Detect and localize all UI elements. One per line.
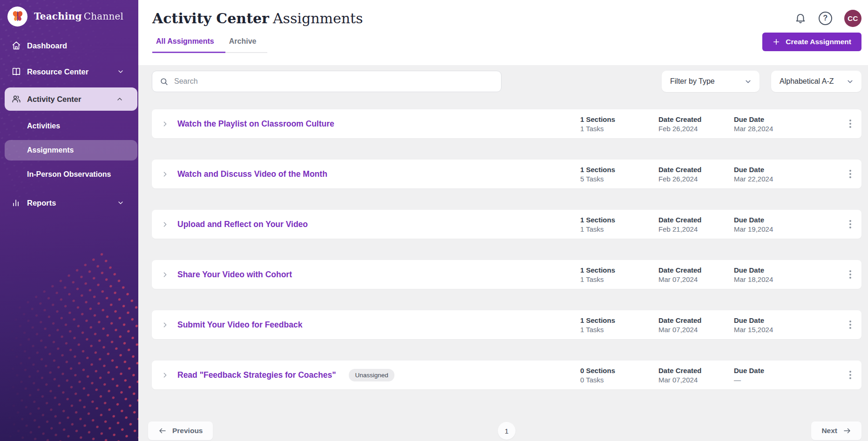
search-input[interactable] <box>174 77 494 86</box>
page-title: Activity CenterAssignments <box>152 10 363 27</box>
row-menu-button[interactable] <box>847 217 854 231</box>
page-number[interactable]: 1 <box>498 422 515 440</box>
home-icon <box>11 40 21 51</box>
chevron-down-icon <box>117 199 124 207</box>
create-assignment-button[interactable]: Create Assignment <box>762 33 861 51</box>
sidebar-item-dashboard[interactable]: Dashboard <box>0 33 138 59</box>
sidebar-item-label: Activity Center <box>27 95 81 104</box>
chevron-right-icon[interactable] <box>161 170 169 178</box>
butterfly-logo-icon <box>7 7 27 27</box>
pagination: Previous 1 Next <box>152 421 861 440</box>
tab-archive[interactable]: Archive <box>225 33 268 53</box>
page-header: Activity CenterAssignments ? CC <box>138 0 868 65</box>
row-menu-button[interactable] <box>847 267 854 281</box>
sidebar: TeachingChannel Dashboard Resource Cente… <box>0 0 138 441</box>
due-date-cell: Due Date Mar 22,2024 <box>734 166 846 183</box>
help-button[interactable]: ? <box>819 12 832 25</box>
due-date-cell: Due Date — <box>734 367 846 384</box>
chevron-down-icon <box>846 78 854 86</box>
arrow-right-icon <box>843 427 851 435</box>
assignment-row: Upload and Reflect on Your Video 1 Secti… <box>152 210 861 239</box>
sidebar-item-activities[interactable]: Activities <box>0 114 138 139</box>
sidebar-item-in-person-observations[interactable]: In-Person Observations <box>0 162 138 187</box>
notifications-bell-button[interactable] <box>794 12 807 24</box>
due-date-label: Due Date <box>734 266 846 274</box>
due-date-cell: Due Date Mar 19,2024 <box>734 216 846 233</box>
sidebar-item-resource-center[interactable]: Resource Center <box>0 59 138 85</box>
tasks-count: 1 Tasks <box>580 225 658 233</box>
sections-count: 1 Sections <box>580 166 658 174</box>
date-created-label: Date Created <box>658 216 734 224</box>
date-created-cell: Date Created Feb 26,2024 <box>658 166 734 183</box>
sidebar-item-label: Resource Center <box>27 67 88 76</box>
main-area: Activity CenterAssignments ? CC <box>138 0 868 441</box>
chevron-right-icon[interactable] <box>161 371 169 379</box>
assignment-title-link[interactable]: Watch and Discuss Video of the Month <box>177 169 327 179</box>
assignment-row: Watch the Playlist on Classroom Culture … <box>152 109 861 138</box>
due-date-value: — <box>734 376 846 384</box>
row-menu-button[interactable] <box>847 117 854 131</box>
tasks-count: 0 Tasks <box>580 376 658 384</box>
due-date-cell: Due Date Mar 28,2024 <box>734 115 846 133</box>
next-page-button[interactable]: Next <box>811 421 861 440</box>
sidebar-item-label: In-Person Observations <box>27 170 111 179</box>
due-date-label: Due Date <box>734 367 846 374</box>
chevron-right-icon[interactable] <box>161 120 169 128</box>
assignment-title-link[interactable]: Read "Feedback Strategies for Coaches" <box>177 370 336 380</box>
chevron-right-icon[interactable] <box>161 220 169 228</box>
question-mark-icon: ? <box>819 12 832 25</box>
sidebar-item-label: Reports <box>27 199 56 207</box>
sidebar-nav: Dashboard Resource Center Activity Cente… <box>0 33 138 216</box>
sections-tasks-cell: 1 Sections 1 Tasks <box>580 115 658 133</box>
date-created-cell: Date Created Mar 07,2024 <box>658 367 734 384</box>
status-badge: Unassigned <box>349 369 394 381</box>
date-created-cell: Date Created Feb 26,2024 <box>658 115 734 133</box>
date-created-value: Mar 07,2024 <box>658 376 734 384</box>
tab-bar: All Assignments Archive <box>152 33 267 53</box>
sidebar-item-reports[interactable]: Reports <box>0 190 138 216</box>
search-box <box>152 71 502 92</box>
date-created-label: Date Created <box>658 266 734 274</box>
app-window: TeachingChannel Dashboard Resource Cente… <box>0 0 868 441</box>
date-created-cell: Date Created Mar 07,2024 <box>658 266 734 283</box>
sidebar-item-activity-center[interactable]: Activity Center <box>5 87 137 111</box>
sections-tasks-cell: 1 Sections 1 Tasks <box>580 216 658 233</box>
brand-logo[interactable]: TeachingChannel <box>0 0 138 33</box>
row-menu-button[interactable] <box>847 318 854 332</box>
sections-tasks-cell: 1 Sections 1 Tasks <box>580 266 658 283</box>
assignment-list: Watch the Playlist on Classroom Culture … <box>152 109 861 389</box>
user-avatar[interactable]: CC <box>844 10 861 27</box>
assignment-row: Read "Feedback Strategies for Coaches" U… <box>152 361 861 389</box>
sections-count: 1 Sections <box>580 316 658 324</box>
date-created-label: Date Created <box>658 115 734 123</box>
previous-page-button[interactable]: Previous <box>148 421 213 440</box>
date-created-value: Feb 26,2024 <box>658 175 734 183</box>
date-created-cell: Date Created Feb 21,2024 <box>658 216 734 233</box>
row-menu-button[interactable] <box>847 167 854 181</box>
chevron-right-icon[interactable] <box>161 271 169 279</box>
sort-dropdown[interactable]: Alphabetical A-Z <box>771 71 861 92</box>
date-created-label: Date Created <box>658 166 734 174</box>
row-menu-button[interactable] <box>847 368 854 382</box>
sidebar-item-assignments[interactable]: Assignments <box>5 140 137 160</box>
chevron-right-icon[interactable] <box>161 321 169 329</box>
date-created-label: Date Created <box>658 316 734 324</box>
sections-count: 1 Sections <box>580 216 658 224</box>
due-date-cell: Due Date Mar 18,2024 <box>734 266 846 283</box>
sections-tasks-cell: 1 Sections 1 Tasks <box>580 316 658 334</box>
assignment-title-link[interactable]: Watch the Playlist on Classroom Culture <box>177 119 334 129</box>
assignment-title-link[interactable]: Share Your Video with Cohort <box>177 270 292 280</box>
date-created-value: Mar 07,2024 <box>658 326 734 334</box>
sidebar-item-label: Dashboard <box>27 41 67 50</box>
assignment-title-link[interactable]: Upload and Reflect on Your Video <box>177 220 308 229</box>
date-created-label: Date Created <box>658 367 734 374</box>
filter-by-type-dropdown[interactable]: Filter by Type <box>662 71 760 92</box>
sections-tasks-cell: 1 Sections 5 Tasks <box>580 166 658 183</box>
due-date-value: Mar 22,2024 <box>734 175 846 183</box>
sections-tasks-cell: 0 Sections 0 Tasks <box>580 367 658 384</box>
chevron-down-icon <box>117 68 124 75</box>
tab-all-assignments[interactable]: All Assignments <box>152 33 225 53</box>
assignment-title-link[interactable]: Submit Your Video for Feedback <box>177 320 302 330</box>
tasks-count: 1 Tasks <box>580 125 658 133</box>
date-created-value: Feb 21,2024 <box>658 225 734 233</box>
